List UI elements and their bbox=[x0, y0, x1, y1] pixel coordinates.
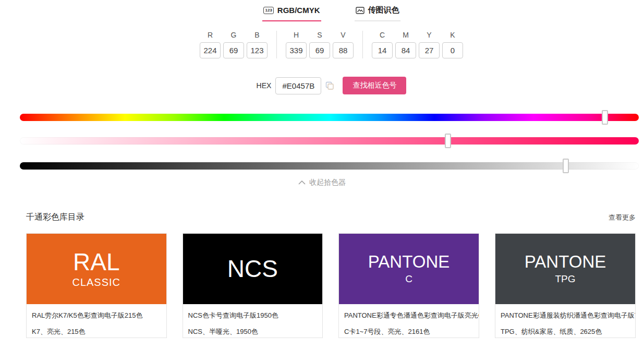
card-specs: C卡1~7号段、亮光、2161色 bbox=[339, 327, 479, 336]
y-input[interactable] bbox=[419, 42, 440, 58]
library-card-ncs[interactable]: NCS NCS色卡号查询电子版1950色 NCS、半哑光、1950色 bbox=[183, 233, 323, 338]
card-cover: PANTONE C bbox=[339, 234, 479, 304]
m-label: M bbox=[403, 31, 409, 39]
m-input[interactable] bbox=[395, 42, 416, 58]
hex-input[interactable] bbox=[275, 77, 321, 94]
color-picker-sliders bbox=[20, 114, 639, 170]
tab-rgb-cmyk[interactable]: 123 RGB/CMYK bbox=[262, 4, 321, 21]
library-title: 千通彩色库目录 bbox=[26, 212, 84, 223]
card-brand-sub: TPG bbox=[555, 273, 575, 285]
rgb-field: B bbox=[247, 31, 268, 58]
cmyk-group: C M Y K bbox=[372, 31, 463, 58]
s-input[interactable] bbox=[309, 42, 330, 58]
collapse-picker-label: 收起拾色器 bbox=[309, 178, 346, 187]
hue-slider[interactable] bbox=[20, 114, 639, 121]
hue-slider-handle[interactable] bbox=[602, 110, 608, 125]
g-label: G bbox=[231, 31, 237, 39]
collapse-picker-link[interactable]: 收起拾色器 bbox=[0, 178, 644, 187]
card-cover: RAL CLASSIC bbox=[27, 234, 166, 304]
find-similar-color-button[interactable]: 查找相近色号 bbox=[343, 77, 406, 94]
library-card-pantone-tpg[interactable]: PANTONE TPG PANTONE彩通服装纺织潘通色彩查询电子版T... T… bbox=[495, 233, 636, 338]
library-cards: RAL CLASSIC RAL劳尔K7/K5色彩查询电子版215色 K7、亮光、… bbox=[26, 233, 636, 338]
r-input[interactable] bbox=[200, 42, 221, 58]
cmyk-field: M bbox=[395, 31, 416, 58]
card-description: PANTONE彩通服装纺织潘通色彩查询电子版T... bbox=[495, 311, 635, 320]
hsv-field: H bbox=[286, 31, 307, 58]
hex-label: HEX bbox=[257, 81, 272, 90]
h-input[interactable] bbox=[286, 42, 307, 58]
tab-image-color[interactable]: 传图识色 bbox=[355, 4, 400, 21]
tab-rgb-cmyk-label: RGB/CMYK bbox=[277, 6, 320, 15]
divider bbox=[276, 31, 277, 58]
saturation-slider-handle[interactable] bbox=[445, 134, 451, 148]
hsv-field: S bbox=[309, 31, 330, 58]
saturation-slider[interactable] bbox=[20, 137, 639, 145]
rgb-field: R bbox=[200, 31, 221, 58]
h-label: H bbox=[294, 31, 299, 39]
mode-tabs: 123 RGB/CMYK 传图识色 bbox=[9, 0, 644, 21]
tab-image-color-label: 传图识色 bbox=[368, 5, 399, 15]
card-brand: RAL bbox=[73, 249, 119, 274]
hsv-field: V bbox=[333, 31, 354, 58]
b-input[interactable] bbox=[247, 42, 268, 58]
brightness-slider-handle[interactable] bbox=[563, 159, 569, 173]
card-brand: PANTONE bbox=[525, 253, 606, 271]
g-input[interactable] bbox=[223, 42, 244, 58]
b-label: B bbox=[254, 31, 259, 39]
library-card-ral[interactable]: RAL CLASSIC RAL劳尔K7/K5色彩查询电子版215色 K7、亮光、… bbox=[26, 233, 167, 338]
hsv-group: H S V bbox=[286, 31, 354, 58]
card-description: PANTONE彩通专色潘通色彩查询电子版亮光C... bbox=[339, 311, 479, 320]
color-value-groups: R G B H S V C M bbox=[9, 31, 644, 58]
hex-row: HEX 查找相近色号 bbox=[9, 77, 644, 94]
brightness-slider[interactable] bbox=[20, 162, 639, 170]
card-brand-sub: C bbox=[405, 273, 412, 285]
cmyk-field: Y bbox=[419, 31, 440, 58]
k-label: K bbox=[450, 31, 455, 39]
c-label: C bbox=[380, 31, 385, 39]
card-brand: NCS bbox=[227, 256, 278, 281]
card-cover: NCS bbox=[183, 234, 323, 304]
v-input[interactable] bbox=[333, 42, 354, 58]
card-description: NCS色卡号查询电子版1950色 bbox=[183, 311, 323, 320]
chevron-up-icon bbox=[298, 180, 306, 185]
card-specs: NCS、半哑光、1950色 bbox=[183, 327, 323, 336]
card-specs: K7、亮光、215色 bbox=[27, 327, 166, 336]
numeric-123-icon: 123 bbox=[263, 7, 273, 14]
card-description: RAL劳尔K7/K5色彩查询电子版215色 bbox=[27, 311, 166, 320]
cmyk-field: C bbox=[372, 31, 393, 58]
k-input[interactable] bbox=[442, 42, 463, 58]
cmyk-field: K bbox=[442, 31, 463, 58]
y-label: Y bbox=[427, 31, 431, 39]
image-icon bbox=[356, 6, 364, 15]
card-brand-sub: CLASSIC bbox=[72, 276, 120, 288]
card-cover: PANTONE TPG bbox=[495, 234, 635, 304]
see-more-link[interactable]: 查看更多 bbox=[609, 213, 636, 222]
rgb-group: R G B bbox=[200, 31, 268, 58]
c-input[interactable] bbox=[372, 42, 393, 58]
r-label: R bbox=[208, 31, 213, 39]
library-card-pantone-c[interactable]: PANTONE C PANTONE彩通专色潘通色彩查询电子版亮光C... C卡1… bbox=[338, 233, 479, 338]
color-library-section: 千通彩色库目录 查看更多 RAL CLASSIC RAL劳尔K7/K5色彩查询电… bbox=[0, 212, 644, 338]
divider bbox=[362, 31, 363, 58]
card-brand: PANTONE bbox=[368, 253, 449, 271]
s-label: S bbox=[317, 31, 322, 39]
copy-icon[interactable] bbox=[325, 81, 334, 90]
rgb-field: G bbox=[223, 31, 244, 58]
v-label: V bbox=[341, 31, 345, 39]
card-specs: TPG、纺织&家居、纸质、2625色 bbox=[495, 327, 635, 336]
